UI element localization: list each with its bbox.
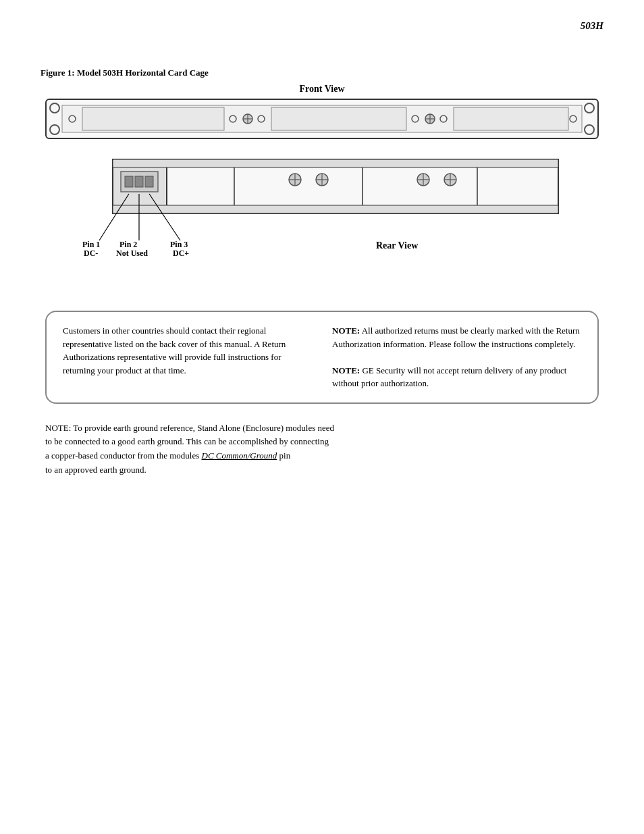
page-label: 503H bbox=[581, 20, 603, 32]
svg-rect-21 bbox=[145, 176, 153, 187]
svg-text:Not Used: Not Used bbox=[116, 249, 148, 258]
info-box: Customers in other countries should cont… bbox=[45, 311, 599, 404]
figure-title: Figure 1: Model 503H Horizontal Card Cag… bbox=[41, 68, 603, 78]
info-col-left: Customers in other countries should cont… bbox=[63, 324, 312, 390]
svg-rect-20 bbox=[135, 176, 143, 187]
svg-rect-8 bbox=[271, 107, 406, 130]
svg-rect-37 bbox=[113, 159, 558, 167]
svg-rect-14 bbox=[454, 107, 568, 130]
front-view-svg bbox=[59, 102, 585, 136]
info-note2-text: GE Security will not accept return deliv… bbox=[332, 365, 566, 389]
rear-view-section: Pin 1 DC- Pin 2 Not Used Pin 3 DC+ Rear … bbox=[45, 153, 599, 290]
front-corner-tr bbox=[584, 103, 595, 113]
info-note1-text: All authorized returns must be clearly m… bbox=[332, 325, 580, 349]
svg-text:Rear View: Rear View bbox=[376, 240, 419, 251]
svg-rect-38 bbox=[113, 205, 558, 213]
svg-text:Pin 2: Pin 2 bbox=[119, 240, 137, 249]
info-note2-bold: NOTE: bbox=[332, 365, 360, 375]
front-view-diagram bbox=[45, 99, 599, 139]
svg-text:Pin 1: Pin 1 bbox=[82, 240, 100, 249]
dc-common-ground: DC Common/Ground bbox=[202, 450, 277, 461]
page: 503H Figure 1: Model 503H Horizontal Car… bbox=[0, 0, 644, 834]
earth-note-text: NOTE: To provide earth ground reference,… bbox=[45, 423, 334, 475]
info-note1-bold: NOTE: bbox=[332, 325, 360, 336]
front-corner-bl bbox=[49, 124, 60, 135]
svg-text:Pin 3: Pin 3 bbox=[170, 240, 188, 249]
svg-text:DC+: DC+ bbox=[173, 249, 189, 258]
front-corner-tl bbox=[49, 103, 60, 113]
svg-text:DC-: DC- bbox=[84, 249, 98, 258]
earth-ground-note: NOTE: To provide earth ground reference,… bbox=[45, 421, 599, 477]
info-col1-text: Customers in other countries should cont… bbox=[63, 325, 286, 375]
rear-view-svg: Pin 1 DC- Pin 2 Not Used Pin 3 DC+ Rear … bbox=[45, 153, 599, 288]
svg-rect-19 bbox=[125, 176, 133, 187]
info-note1: NOTE: All authorized returns must be cle… bbox=[332, 324, 581, 350]
front-view-label: Front View bbox=[41, 84, 603, 95]
info-note2: NOTE: GE Security will not accept return… bbox=[332, 364, 581, 390]
front-corner-br bbox=[584, 124, 595, 135]
info-col-right: NOTE: All authorized returns must be cle… bbox=[332, 324, 581, 390]
svg-rect-2 bbox=[82, 107, 224, 130]
